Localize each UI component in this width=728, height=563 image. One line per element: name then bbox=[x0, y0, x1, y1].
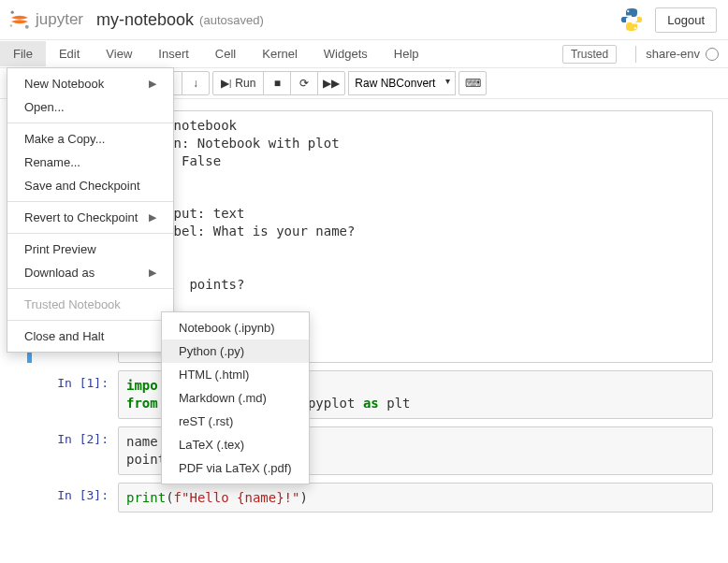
arrow-down-icon: ↓ bbox=[193, 77, 198, 90]
download-as-submenu: Notebook (.ipynb) Python (.py) HTML (.ht… bbox=[161, 311, 310, 484]
run-button[interactable]: ▶|Run bbox=[212, 71, 264, 95]
menu-file[interactable]: File bbox=[0, 41, 46, 66]
run-icon: ▶| bbox=[221, 77, 231, 90]
menubar: File Edit View Insert Cell Kernel Widget… bbox=[0, 40, 728, 68]
download-tex[interactable]: LaTeX (.tex) bbox=[162, 433, 309, 456]
jupyter-logo[interactable]: jupyter bbox=[7, 7, 83, 32]
file-print-preview[interactable]: Print Preview bbox=[7, 238, 173, 261]
menu-cell[interactable]: Cell bbox=[202, 41, 249, 66]
kernel-indicator-icon bbox=[706, 48, 719, 61]
download-ipynb[interactable]: Notebook (.ipynb) bbox=[162, 316, 309, 339]
chevron-right-icon: ▶ bbox=[149, 267, 156, 279]
chevron-right-icon: ▶ bbox=[149, 78, 156, 90]
kernel-name[interactable]: share-env bbox=[646, 47, 700, 61]
download-py[interactable]: Python (.py) bbox=[162, 339, 309, 363]
keyboard-icon: ⌨ bbox=[465, 77, 481, 90]
file-revert-checkpoint[interactable]: Revert to Checkpoint▶ bbox=[7, 206, 173, 229]
notebook-title[interactable]: my-notebook bbox=[96, 10, 194, 30]
download-pdf[interactable]: PDF via LaTeX (.pdf) bbox=[162, 456, 309, 480]
file-rename[interactable]: Rename... bbox=[7, 151, 173, 174]
file-close-halt[interactable]: Close and Halt bbox=[7, 325, 173, 348]
menu-kernel[interactable]: Kernel bbox=[249, 41, 311, 66]
divider bbox=[635, 46, 636, 63]
svg-point-1 bbox=[25, 25, 29, 29]
cell-type-select[interactable]: Raw NBConvert bbox=[348, 71, 456, 95]
menu-view[interactable]: View bbox=[93, 41, 145, 66]
autosave-status: (autosaved) bbox=[199, 13, 264, 27]
menu-edit[interactable]: Edit bbox=[46, 41, 93, 66]
restart-icon: ⟳ bbox=[299, 77, 309, 90]
stop-icon: ■ bbox=[274, 77, 281, 90]
file-dropdown: New Notebook▶ Open... Make a Copy... Ren… bbox=[7, 67, 174, 353]
download-rst[interactable]: reST (.rst) bbox=[162, 410, 309, 433]
interrupt-button[interactable]: ■ bbox=[263, 71, 291, 95]
download-md[interactable]: Markdown (.md) bbox=[162, 386, 309, 410]
move-down-button[interactable]: ↓ bbox=[182, 71, 210, 95]
file-save-checkpoint[interactable]: Save and Checkpoint bbox=[7, 174, 173, 197]
download-html[interactable]: HTML (.html) bbox=[162, 363, 309, 386]
python-icon bbox=[618, 6, 646, 34]
command-palette-button[interactable]: ⌨ bbox=[459, 71, 487, 95]
menu-insert[interactable]: Insert bbox=[145, 41, 202, 66]
svg-point-2 bbox=[10, 24, 13, 27]
file-download-as[interactable]: Download as▶ bbox=[7, 261, 173, 284]
code-cell-3-body[interactable]: print(f"Hello {name}!") bbox=[118, 483, 713, 513]
menu-help[interactable]: Help bbox=[381, 41, 432, 66]
code-cell-3[interactable]: In [3]: print(f"Hello {name}!") bbox=[15, 483, 713, 513]
restart-run-all-button[interactable]: ▶▶ bbox=[317, 71, 345, 95]
chevron-right-icon: ▶ bbox=[149, 211, 156, 224]
fast-forward-icon: ▶▶ bbox=[323, 77, 340, 90]
svg-point-3 bbox=[627, 10, 629, 12]
file-make-copy[interactable]: Make a Copy... bbox=[7, 127, 173, 151]
prompt-in-1: In [1]: bbox=[15, 370, 118, 419]
header: jupyter my-notebook (autosaved) Logout bbox=[0, 0, 728, 40]
file-open[interactable]: Open... bbox=[7, 95, 173, 119]
file-trusted-notebook: Trusted Notebook bbox=[7, 293, 173, 316]
restart-button[interactable]: ⟳ bbox=[290, 71, 318, 95]
code-cell-2[interactable]: In [2]: name = "Piotr" points = 200 bbox=[15, 426, 713, 475]
code-cell-1[interactable]: In [1]: impo from matplotlib import pypl… bbox=[15, 370, 713, 419]
file-new-notebook[interactable]: New Notebook▶ bbox=[7, 72, 173, 95]
prompt-in-3: In [3]: bbox=[15, 483, 118, 513]
jupyter-icon bbox=[7, 7, 32, 32]
brand-text: jupyter bbox=[36, 10, 83, 29]
menu-widgets[interactable]: Widgets bbox=[311, 41, 381, 66]
svg-point-4 bbox=[634, 27, 636, 29]
logout-button[interactable]: Logout bbox=[655, 7, 717, 33]
trusted-badge[interactable]: Trusted bbox=[562, 45, 617, 64]
prompt-in-2: In [2]: bbox=[15, 426, 118, 475]
svg-point-0 bbox=[11, 11, 14, 14]
